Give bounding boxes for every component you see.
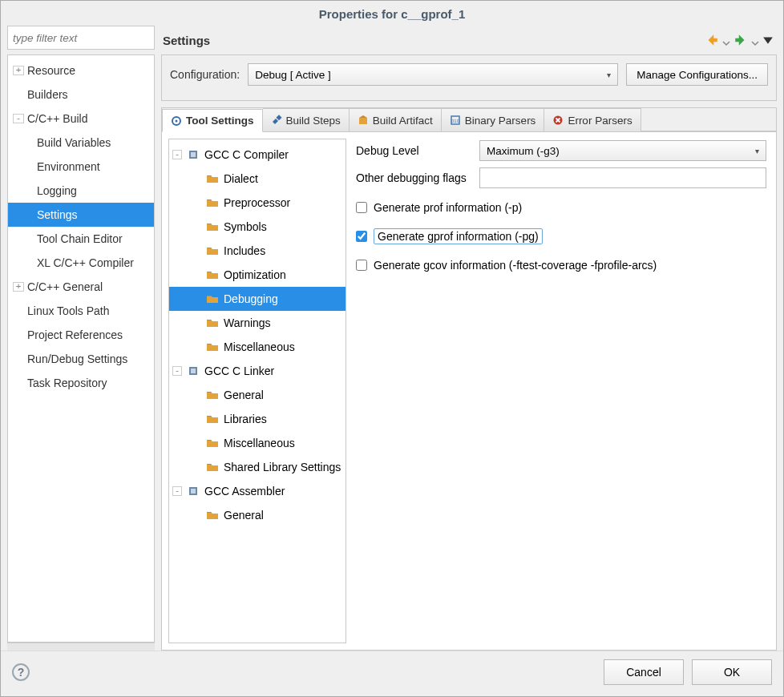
tool-tree-item[interactable]: Symbols	[169, 215, 346, 239]
expand-icon[interactable]: -	[172, 486, 182, 496]
prof-checkbox-label: Generate prof information (-p)	[374, 201, 522, 214]
folder-icon	[206, 244, 219, 257]
tab-build-artifact[interactable]: Build Artifact	[350, 108, 442, 131]
tab-label: Tool Settings	[186, 115, 254, 127]
tab-build-steps[interactable]: Build Steps	[263, 108, 350, 131]
nav-item[interactable]: Environment	[8, 155, 154, 179]
tool-settings-tree[interactable]: -GCC C CompilerDialectPreprocessorSymbol…	[168, 139, 346, 643]
tool-tree-item[interactable]: Shared Library Settings	[169, 455, 346, 479]
tool-tree-item[interactable]: Debugging	[169, 287, 346, 311]
filter-input[interactable]	[13, 32, 149, 44]
tool-tree-item[interactable]: General	[169, 383, 346, 407]
debug-level-select[interactable]: Maximum (-g3) ▾	[479, 140, 766, 161]
other-flags-input[interactable]	[479, 167, 766, 188]
expand-icon[interactable]: -	[13, 114, 24, 123]
ok-button[interactable]: OK	[692, 659, 772, 685]
tool-tree-group[interactable]: -GCC C Linker	[169, 359, 346, 383]
debug-level-label: Debug Level	[356, 144, 471, 157]
tool-tree-item[interactable]: Includes	[169, 239, 346, 263]
tool-tree-group[interactable]: -GCC Assembler	[169, 479, 346, 503]
configuration-select[interactable]: Debug [ Active ] ▾	[248, 63, 618, 86]
tool-tree-item[interactable]: Preprocessor	[169, 191, 346, 215]
nav-item[interactable]: Tool Chain Editor	[8, 227, 154, 251]
category-tree[interactable]: +ResourceBuilders-C/C++ BuildBuild Varia…	[7, 54, 155, 643]
nav-item[interactable]: Linux Tools Path	[8, 299, 154, 323]
tool-tree-item[interactable]: Miscellaneous	[169, 431, 346, 455]
configuration-label: Configuration:	[170, 68, 240, 81]
window-title: Properties for c__gprof_1	[1, 1, 783, 26]
nav-scrollbar[interactable]	[7, 643, 155, 651]
tool-item-label: Warnings	[224, 316, 271, 329]
prof-checkbox[interactable]	[356, 202, 367, 213]
tool-tree-item[interactable]: Miscellaneous	[169, 335, 346, 359]
nav-item[interactable]: Logging	[8, 179, 154, 203]
tool-tree-item[interactable]: Libraries	[169, 407, 346, 431]
nav-item[interactable]: +C/C++ General	[8, 275, 154, 299]
tab-error-parsers[interactable]: Error Parsers	[544, 108, 641, 131]
tab-binary-parsers[interactable]: 010Binary Parsers	[442, 108, 545, 131]
nav-item[interactable]: Project References	[8, 323, 154, 347]
wrench-icon	[271, 115, 282, 126]
chevron-down-icon[interactable]	[751, 36, 759, 44]
folder-icon	[206, 220, 219, 233]
gcov-checkbox-label: Generate gcov information (-ftest-covera…	[374, 259, 657, 272]
nav-item[interactable]: +Resource	[8, 58, 154, 83]
tool-group-label: GCC C Linker	[204, 365, 274, 377]
expand-icon	[13, 354, 24, 364]
tab-body: -GCC C CompilerDialectPreprocessorSymbol…	[162, 132, 776, 650]
nav-forward-icon[interactable]	[733, 33, 748, 47]
gprof-checkbox[interactable]	[356, 231, 367, 242]
nav-item-label: Logging	[11, 184, 77, 197]
nav-item[interactable]: XL C/C++ Compiler	[8, 251, 154, 275]
folder-icon	[206, 316, 219, 329]
debug-level-value: Maximum (-g3)	[487, 145, 560, 157]
expand-icon[interactable]: +	[13, 282, 24, 292]
nav-item[interactable]: Settings	[8, 203, 154, 227]
svg-text:010: 010	[451, 119, 460, 123]
nav-item-label: Task Repository	[27, 377, 107, 389]
nav-item[interactable]: Task Repository	[8, 371, 154, 395]
svg-rect-2	[276, 115, 281, 120]
expand-icon	[13, 378, 24, 388]
gprof-checkbox-label: Generate gprof information (-pg)	[374, 228, 543, 244]
nav-back-icon[interactable]	[705, 33, 719, 47]
dialog-content: +ResourceBuilders-C/C++ BuildBuild Varia…	[1, 26, 783, 651]
svg-rect-8	[191, 152, 196, 157]
expand-icon[interactable]: +	[13, 66, 24, 75]
nav-item[interactable]: Run/Debug Settings	[8, 347, 154, 371]
manage-configurations-label: Manage Configurations...	[636, 69, 758, 81]
tool-tree-group[interactable]: -GCC C Compiler	[169, 143, 346, 167]
folder-icon	[206, 509, 219, 522]
gcov-checkbox[interactable]	[356, 260, 367, 271]
folder-icon	[206, 196, 219, 209]
expand-icon[interactable]: -	[172, 366, 182, 376]
tool-item-label: Dialect	[224, 172, 258, 185]
tool-tree-item[interactable]: Warnings	[169, 311, 346, 335]
view-menu-icon[interactable]	[762, 34, 774, 46]
tool-item-label: Preprocessor	[224, 196, 290, 209]
heading-nav	[705, 33, 774, 47]
other-flags-label: Other debugging flags	[356, 171, 471, 184]
expand-icon	[13, 90, 24, 99]
nav-item-label: Build Variables	[11, 136, 111, 149]
tool-tree-item[interactable]: Dialect	[169, 167, 346, 191]
folder-icon	[206, 172, 219, 185]
tab-label: Build Artifact	[373, 115, 433, 127]
tool-item-label: Symbols	[224, 220, 267, 233]
chevron-down-icon: ▾	[607, 71, 611, 79]
help-icon[interactable]: ?	[12, 663, 30, 681]
expand-icon[interactable]: -	[172, 150, 182, 159]
expand-icon	[13, 306, 24, 316]
tool-tree-item[interactable]: General	[169, 503, 346, 527]
tool-tree-item[interactable]: Optimization	[169, 263, 346, 287]
tab-tool-settings[interactable]: Tool Settings	[162, 109, 263, 132]
nav-item[interactable]: -C/C++ Build	[8, 107, 154, 131]
cancel-button[interactable]: Cancel	[604, 659, 684, 685]
nav-item[interactable]: Builders	[8, 83, 154, 107]
folder-icon	[206, 389, 219, 401]
nav-item[interactable]: Build Variables	[8, 131, 154, 155]
chevron-down-icon[interactable]	[722, 36, 730, 44]
manage-configurations-button[interactable]: Manage Configurations...	[626, 63, 768, 86]
tool-group-label: GCC C Compiler	[204, 148, 289, 161]
svg-rect-10	[191, 369, 196, 373]
